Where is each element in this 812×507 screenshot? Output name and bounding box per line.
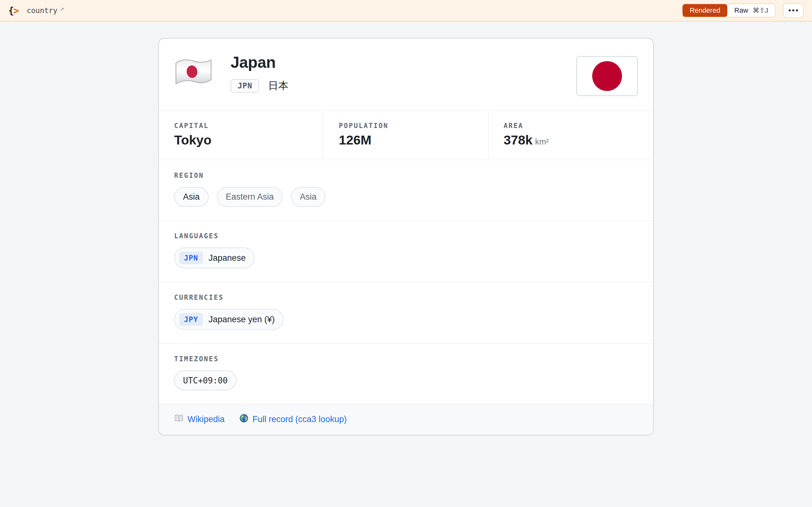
wikipedia-link[interactable]: Wikipedia (174, 413, 224, 425)
stat-capital: CAPITAL Tokyo (159, 111, 323, 160)
country-heading: Japan JPN 日本 (231, 54, 288, 93)
country-card-header: Japan JPN 日本 (159, 39, 653, 111)
stat-area-unit: km² (535, 137, 549, 147)
full-record-link-label: Full record (cca3 lookup) (252, 414, 347, 424)
stat-population-value: 126M (339, 133, 473, 148)
currency-code-badge: JPY (179, 313, 203, 326)
language-chip: JPN Japanese (174, 247, 255, 268)
topbar: { > country ↗ Rendered Raw ⌘⇧J ••• (0, 0, 812, 21)
country-name: Japan (231, 54, 288, 71)
stat-population-label: POPULATION (339, 122, 473, 130)
ellipsis-icon: ••• (788, 6, 799, 14)
stat-capital-value: Tokyo (174, 133, 308, 148)
stat-area-label: AREA (504, 122, 638, 130)
section-languages: LANGUAGES JPN Japanese (159, 221, 653, 282)
japan-flag-image (576, 56, 638, 96)
region-chip: Asia (174, 187, 209, 207)
section-timezones: TIMEZONES UTC+09:00 (159, 343, 653, 404)
document-title-link[interactable]: country ↗ (27, 6, 64, 14)
languages-label: LANGUAGES (174, 232, 638, 240)
wikipedia-link-label: Wikipedia (188, 414, 224, 424)
logo-gt: > (13, 5, 19, 16)
language-name: Japanese (209, 253, 246, 263)
subregion-chip: Eastern Asia (217, 187, 283, 207)
topbar-controls: Rendered Raw ⌘⇧J ••• (682, 3, 804, 18)
region-chip-row: Asia Eastern Asia Asia (174, 187, 638, 207)
currency-chip: JPY Japanese yen (¥) (174, 309, 284, 330)
stat-capital-label: CAPITAL (174, 122, 308, 130)
flag-red-circle (592, 61, 622, 91)
japan-flag-emoji-icon (174, 57, 213, 89)
continent-chip: Asia (291, 187, 325, 207)
stat-area-number: 378k (504, 133, 532, 147)
currencies-chip-row: JPY Japanese yen (¥) (174, 309, 638, 330)
rendered-tab-label: Rendered (690, 6, 720, 14)
document-title: country (27, 6, 57, 14)
card-footer: Wikipedia Full record (cca3 lookup) (159, 404, 653, 435)
language-code-badge: JPN (179, 251, 203, 264)
timezones-label: TIMEZONES (174, 355, 638, 363)
external-link-icon: ↗ (60, 6, 64, 13)
languages-chip-row: JPN Japanese (174, 247, 638, 268)
section-currencies: CURRENCIES JPY Japanese yen (¥) (159, 282, 653, 343)
full-record-link[interactable]: Full record (cca3 lookup) (239, 413, 347, 425)
stat-population: POPULATION 126M (323, 111, 488, 160)
country-code-row: JPN 日本 (231, 79, 288, 93)
currency-name: Japanese yen (¥) (209, 315, 275, 325)
book-icon (174, 413, 184, 425)
rendered-page: Japan JPN 日本 CAPITAL Tokyo POPULATION 12… (0, 21, 812, 435)
rendered-tab[interactable]: Rendered (682, 4, 727, 17)
raw-tab[interactable]: Raw ⌘⇧J (727, 4, 775, 17)
section-region: REGION Asia Eastern Asia Asia (159, 160, 653, 221)
stats-row: CAPITAL Tokyo POPULATION 126M AREA 378kk… (159, 111, 653, 160)
country-card: Japan JPN 日本 CAPITAL Tokyo POPULATION 12… (158, 38, 654, 435)
timezones-chip-row: UTC+09:00 (174, 371, 638, 390)
view-toggle: Rendered Raw ⌘⇧J (682, 3, 776, 17)
stat-area: AREA 378kkm² (489, 111, 653, 160)
raw-tab-shortcut: ⌘⇧J (753, 7, 768, 14)
code-logo-icon: { > (8, 5, 19, 16)
country-code-badge: JPN (231, 79, 259, 93)
globe-icon (239, 413, 249, 425)
currencies-label: CURRENCIES (174, 294, 638, 301)
region-label: REGION (174, 172, 638, 179)
timezone-chip: UTC+09:00 (174, 371, 237, 390)
country-native-name: 日本 (268, 79, 288, 93)
stat-area-value: 378kkm² (504, 133, 638, 148)
more-options-button[interactable]: ••• (783, 3, 804, 18)
raw-tab-label: Raw (734, 6, 748, 14)
